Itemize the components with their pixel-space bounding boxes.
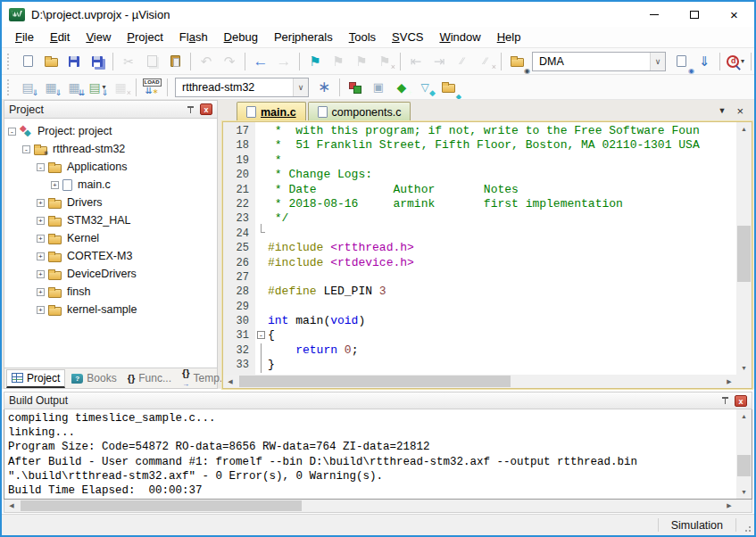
next-bookmark-button[interactable]: ⚑ [351,51,372,72]
pin-icon[interactable] [187,105,195,114]
maximize-button[interactable] [674,2,714,27]
toolbar-drag-handle[interactable] [7,79,12,95]
minimize-button[interactable] [634,2,674,27]
build-output-horizontal-scrollbar[interactable]: ◀ ▶ [4,500,752,513]
expand-icon[interactable]: + [37,199,45,207]
open-file-button[interactable] [40,51,62,72]
close-button[interactable]: × [714,2,754,27]
scrollbar-thumb[interactable] [737,226,751,282]
editor-vertical-scrollbar[interactable]: ▲ ▼ [736,122,752,375]
scrollbar-thumb[interactable] [21,500,302,511]
stop-build-button[interactable]: ▦× [110,77,131,98]
scroll-up-icon[interactable]: ▲ [736,409,752,423]
paste-button[interactable] [164,51,186,72]
editor-tab-components-c[interactable]: components.c [308,102,411,121]
menu-edit[interactable]: Edit [42,29,78,45]
menu-debug[interactable]: Debug [216,29,266,45]
fold-margin[interactable]: - [255,328,268,343]
cut-button[interactable]: ✂ [118,51,139,72]
collapse-icon[interactable]: - [22,145,30,153]
tree-item-kernel-sample[interactable]: +kernel-sample [4,301,217,318]
clear-bookmarks-button[interactable]: ⚑× [374,51,395,72]
translate-file-button[interactable]: ▤⇓ [17,77,38,98]
manage-project-items-button[interactable] [345,77,366,98]
tab-functions[interactable]: {}Func... [123,370,176,386]
find-in-files-button[interactable]: ◉ [506,51,528,72]
previous-bookmark-button[interactable]: ⚑ [328,51,349,72]
download-button[interactable]: LOAD⇊∗ [141,77,162,98]
menu-svcs[interactable]: SVCS [384,29,431,45]
options-for-target-button[interactable]: ∗ [313,77,335,98]
tree-item-kernel[interactable]: +Kernel [4,229,217,247]
tab-project[interactable]: Project [6,369,65,388]
scroll-right-icon[interactable]: ▶ [722,500,736,512]
scroll-right-icon[interactable]: ▶ [722,375,736,388]
incremental-find-button[interactable]: ⇓ [694,51,715,72]
copy-button[interactable] [141,51,162,72]
lookup-button-dropdown-icon[interactable]: ▾ [741,57,744,65]
scroll-up-icon[interactable]: ▲ [736,122,752,136]
tab-books[interactable]: Books [67,370,120,386]
navigate-forward-button[interactable]: → [273,51,295,72]
manage-rte-button[interactable]: ◆+ [391,77,412,98]
redo-button[interactable]: ↷ [219,51,240,72]
search-combo[interactable]: DMA∨ [532,52,666,71]
rebuild-button[interactable]: ▦⇊ [63,77,85,98]
menu-peripherals[interactable]: Peripherals [266,29,341,45]
save-all-button[interactable] [87,51,108,72]
save-button[interactable] [63,51,85,72]
menu-window[interactable]: Window [431,29,488,45]
target-combo-dropdown-icon[interactable]: ∨ [293,78,308,96]
menu-view[interactable]: View [78,29,119,45]
scroll-down-icon[interactable]: ▼ [736,361,752,375]
tree-item-devicedrivers[interactable]: +DeviceDrivers [4,265,217,283]
build-output-close-icon[interactable]: x [735,395,747,407]
multi-project-workspace-button[interactable]: ▣ [368,77,389,98]
tree-item-cortex-m3[interactable]: +CORTEX-M3 [4,247,217,265]
toolbar-drag-handle[interactable] [7,54,12,70]
expand-icon[interactable]: + [37,288,45,296]
tree-item-finsh[interactable]: +finsh [4,283,217,301]
expand-icon[interactable]: + [37,217,45,225]
tree-item-main-c[interactable]: +main.c [4,176,217,194]
find-in-files-doc-button[interactable]: ◉ [670,51,692,72]
fold-collapse-icon[interactable]: - [257,331,265,339]
tree-item-stm32-hal[interactable]: +STM32_HAL [4,211,217,229]
scroll-left-icon[interactable]: ◀ [4,500,19,512]
scrollbar-thumb[interactable] [239,376,511,387]
code-editor[interactable]: 17 * with this program; if not, write to… [223,122,736,375]
expand-icon[interactable]: + [37,270,45,278]
expand-icon[interactable]: + [37,306,45,314]
search-combo-dropdown-icon[interactable]: ∨ [650,53,665,70]
resize-grip[interactable] [736,515,754,535]
collapse-icon[interactable]: - [37,163,45,171]
menu-project[interactable]: Project [119,29,170,45]
build-output-vertical-scrollbar[interactable]: ▲ ▼ [736,409,752,499]
tree-item-project-project[interactable]: -Project: project [4,122,217,140]
tree-item-drivers[interactable]: +Drivers [4,194,217,211]
batch-build-button[interactable]: ▤⇓▾ [87,77,108,98]
navigate-back-button[interactable]: ← [250,51,271,72]
unindent-button[interactable]: ⇤ [405,51,427,72]
editor-horizontal-scrollbar[interactable]: ◀ ▶ [223,375,752,388]
toggle-bookmark-button[interactable]: ⚑ [304,51,326,72]
editor-close-icon[interactable]: × [736,104,744,118]
expand-icon[interactable]: + [51,181,59,189]
undo-button[interactable]: ↶ [195,51,217,72]
menu-help[interactable]: Help [489,29,529,45]
menu-file[interactable]: File [7,29,42,45]
tree-item-applications[interactable]: -Applications [4,158,217,176]
new-file-button[interactable] [17,51,38,72]
uncomment-button[interactable]: ∕∕× [475,51,496,72]
pack-installer-button[interactable]: ◆ [437,77,459,98]
editor-tab-main-c[interactable]: main.c [237,102,306,121]
comment-button[interactable]: ∕∕ [452,51,473,72]
indent-button[interactable]: ⇥ [428,51,450,72]
select-packs-button[interactable]: ▽◆ [414,77,436,98]
scrollbar-thumb[interactable] [737,455,751,476]
lookup-button[interactable]: ▾ [725,51,746,72]
scroll-down-icon[interactable]: ▼ [736,485,752,499]
expand-icon[interactable]: + [37,235,45,243]
expand-icon[interactable]: + [37,252,45,260]
menu-flash[interactable]: Flash [171,29,216,45]
